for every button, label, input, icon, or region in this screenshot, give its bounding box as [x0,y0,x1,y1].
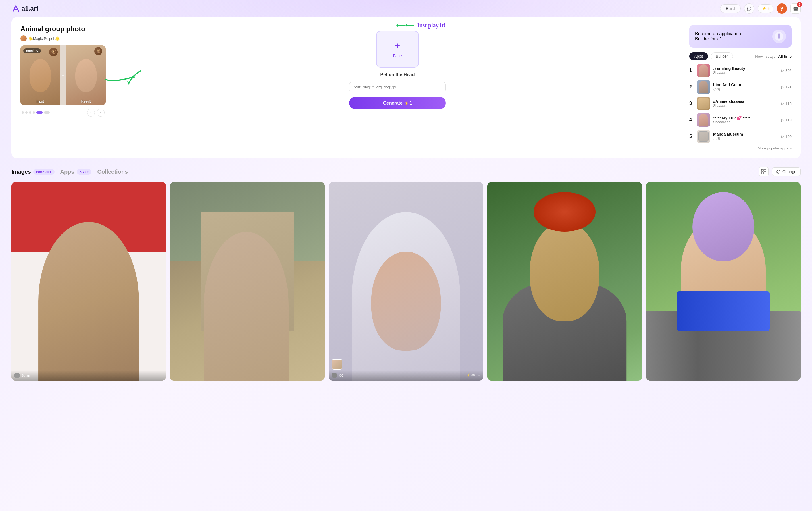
image-card-2[interactable] [170,182,324,380]
wechat-icon [747,6,752,11]
app-rank-3: 3 [689,101,694,106]
menu-icon [793,6,798,11]
time-alltime[interactable]: All time [778,54,791,59]
app-author-5: 小满 [713,136,779,141]
card-user-3: CC [331,373,344,378]
svg-rect-0 [793,7,798,7]
apps-tab[interactable]: Apps [689,52,708,60]
nav-arrows: ‹ › [87,109,105,116]
image-preview-container: monkey 🐒 Input → 🐒 Result [21,46,106,105]
author-avatar [21,35,27,41]
app-item-3: 3 #Anime shaaaaa Shaaaaaaa I ▷ 116 [689,96,791,110]
play-icon-5: ▷ [781,135,784,139]
app-name-5: Manga Museum [713,132,779,136]
app-name-2: Line And Color [713,82,779,87]
pet-input[interactable] [349,82,446,92]
generate-button[interactable]: Generate ⚡1 [349,97,446,109]
time-filters: New 7days All time [755,54,791,59]
arrow-between: → [60,46,66,105]
grid-icon [761,169,766,174]
app-count-4: ▷ 113 [781,118,791,122]
become-banner[interactable]: Become an application Builder for a1→ [689,25,791,48]
result-label: Result [81,100,91,105]
dot-6 [44,111,50,114]
app-item-1: 1 :) smiling Beauty Shaaaaaaa II ▷ 302 [689,64,791,77]
app-rank-2: 2 [689,84,694,89]
preview-input-image: 🐒 Input [21,46,60,105]
hero-section: ⟵⟵ Just play it! Animal group photo 🌟Mag… [11,17,801,158]
logo-icon [11,4,21,13]
app-rank-1: 1 [689,68,694,73]
app-rank-5: 5 [689,134,694,139]
time-7days[interactable]: 7days [765,54,775,59]
header-right: Build ⚡ 5 y 9 [720,3,801,13]
next-arrow[interactable]: › [96,109,105,116]
apps-section-tab[interactable]: Apps 5.7k+ [60,169,92,175]
dot-5-active [36,111,42,114]
app-thumb-2 [697,80,710,94]
app-name-4: ***** My Luv 💕 ***** [713,116,779,120]
svg-marker-4 [127,81,130,85]
svg-rect-6 [761,169,763,171]
image-card-5[interactable] [646,182,801,380]
images-grid: Suran [11,182,801,380]
app-author-1: Shaaaaaaa II [713,71,779,75]
app-name-1: :) smiling Beauty [713,66,779,71]
dots-row: ‹ › [21,109,106,116]
card-stats-3: ⚡ 68 ♡ [466,373,481,377]
build-button[interactable]: Build [720,4,741,13]
svg-rect-9 [764,172,766,174]
play-icon-1: ▷ [781,68,784,73]
collections-tab[interactable]: Collections [97,169,128,175]
refresh-icon [776,169,781,174]
images-count: 8862.2k+ [33,169,55,174]
header: a1.art Build ⚡ 5 y 9 [0,0,812,17]
app-item-5: 5 Manga Museum 小满 ▷ 109 [689,130,791,143]
change-label: Change [782,169,796,174]
apps-list: 1 :) smiling Beauty Shaaaaaaa II ▷ 302 [689,64,791,143]
more-popular-apps-link[interactable]: More popular apps > [689,146,791,150]
face-label: Face [393,53,402,58]
app-item-4: 4 ***** My Luv 💕 ***** Shaaaaaaa III ▷ 1… [689,113,791,127]
image-card-4[interactable] [487,182,642,380]
notification-badge: 9 [797,2,802,7]
logo[interactable]: a1.art [11,4,38,13]
builder-tab[interactable]: Builder [711,52,733,60]
prev-arrow[interactable]: ‹ [87,109,95,116]
wechat-icon-button[interactable] [744,3,754,13]
svg-rect-2 [793,10,798,10]
svg-rect-8 [761,172,763,174]
hero-title: Animal group photo [21,25,106,33]
app-count-5: ▷ 109 [781,135,791,139]
app-author-3: Shaaaaaaa I [713,104,779,108]
change-button[interactable]: Change [772,167,801,176]
image-card-3[interactable]: CC ⚡ 68 ♡ [329,182,483,380]
lightning-balance-button[interactable]: ⚡ 5 [758,4,773,13]
hero-top: Animal group photo 🌟Magic Peipei 🌟 monke… [21,25,791,150]
dot-1 [22,111,24,114]
section-tabs: Images 8862.2k+ Apps 5.7k+ Collections [11,167,801,176]
grid-view-button[interactable] [759,167,768,176]
dot-2 [25,111,28,114]
left-panel: Animal group photo 🌟Magic Peipei 🌟 monke… [21,25,106,116]
bottom-section: Images 8862.2k+ Apps 5.7k+ Collections [11,167,801,380]
card-overlay-3: CC ⚡ 68 ♡ [329,370,483,380]
app-author-4: Shaaaaaaa III [713,120,779,124]
app-count-1: ▷ 302 [781,68,791,73]
middle-panel: + Face Pet on the Head Generate ⚡1 [115,25,680,109]
app-count-2: ▷ 191 [781,85,791,89]
svg-rect-1 [793,8,798,9]
user-avatar[interactable]: y [777,3,787,13]
image-card-1[interactable]: Suran [11,182,166,380]
dot-4 [33,111,35,114]
notification-button[interactable]: 9 [790,3,801,13]
face-card[interactable]: + Face [376,31,419,68]
app-thumb-5 [697,130,710,143]
svg-rect-7 [764,169,766,171]
app-info-5: Manga Museum 小满 [713,132,779,141]
app-thumb-3 [697,96,710,110]
time-new[interactable]: New [755,54,762,59]
app-info-1: :) smiling Beauty Shaaaaaaa II [713,66,779,75]
images-tab[interactable]: Images 8862.2k+ [11,169,55,175]
app-rank-4: 4 [689,117,694,122]
